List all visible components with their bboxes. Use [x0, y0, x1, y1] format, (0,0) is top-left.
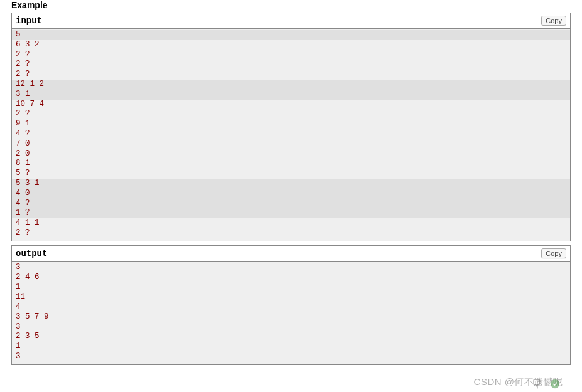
input-block: input Copy 56 3 2 2 ? 2 ? 2 ? 12 1 23 11…: [11, 13, 571, 241]
input-code: 56 3 2 2 ? 2 ? 2 ? 12 1 23 110 7 4 2 ? 9…: [12, 29, 570, 241]
code-line: 2 ?: [16, 50, 30, 59]
code-line: 3 1: [12, 90, 570, 100]
code-line: 7 0: [16, 139, 30, 148]
like-icon: [549, 378, 561, 389]
code-line: 3: [16, 263, 21, 272]
code-line: 2 ?: [16, 60, 30, 68]
code-line: 4 0: [12, 189, 570, 199]
output-code: 3 2 4 6 1 11 4 3 5 7 9 3 2 3 5 1 3: [12, 262, 570, 364]
code-line: 5 ?: [16, 169, 30, 177]
code-line: 5: [12, 30, 570, 40]
code-line: 4 1 1: [16, 218, 40, 227]
copy-button[interactable]: Copy: [541, 248, 566, 258]
input-title: input: [16, 16, 42, 26]
code-line: 3 5 7 9: [16, 312, 49, 321]
code-line: 6 3 2: [16, 40, 40, 49]
code-line: 4: [16, 302, 21, 311]
code-line: 1: [16, 342, 21, 351]
output-block: output Copy 3 2 4 6 1 11 4 3 5 7 9 3 2 3…: [11, 245, 571, 365]
code-line: 2 3 5: [16, 332, 40, 341]
code-line: 1 ?: [12, 208, 570, 218]
code-line: 2 4 6: [16, 273, 40, 282]
code-line: 3: [16, 352, 21, 361]
svg-point-0: [551, 379, 559, 388]
watermark-icons: [532, 378, 561, 389]
code-line: 1: [16, 282, 21, 291]
code-line: 12 1 2: [12, 80, 570, 90]
code-line: 3: [16, 322, 21, 331]
copy-button[interactable]: Copy: [541, 16, 566, 26]
watermark-text: CSDN @何不遗憾呢: [474, 376, 563, 388]
code-line: 4 ?: [16, 129, 30, 138]
code-line: 4 ?: [12, 199, 570, 209]
code-line: 5 3 1: [12, 179, 570, 189]
input-header: input Copy: [12, 13, 570, 29]
output-header: output Copy: [12, 246, 570, 262]
code-line: 11: [16, 292, 25, 301]
output-title: output: [16, 248, 47, 258]
code-line: 2 ?: [16, 228, 30, 237]
code-line: 9 1: [16, 119, 30, 128]
dislike-icon: [532, 378, 543, 389]
code-line: 2 ?: [16, 70, 30, 78]
code-line: 2 ?: [16, 109, 30, 118]
code-line: 10 7 4: [16, 100, 44, 109]
code-line: 2 0: [16, 149, 30, 158]
code-line: 8 1: [16, 159, 30, 167]
section-heading: Example: [11, 0, 571, 10]
